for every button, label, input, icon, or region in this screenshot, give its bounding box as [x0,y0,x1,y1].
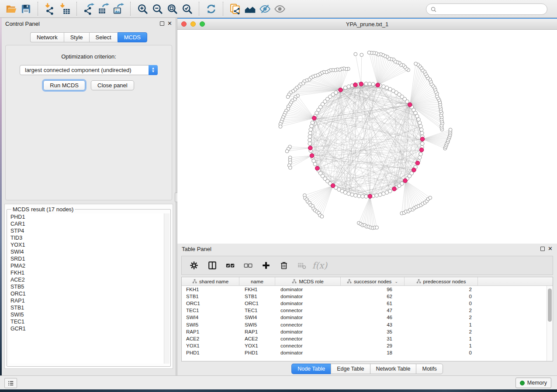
network-node[interactable] [414,62,418,65]
column-header-shared-name[interactable]: shared name [182,277,239,285]
refresh-button[interactable] [204,1,218,16]
network-node[interactable] [309,128,312,131]
tab-node-table[interactable]: Node Table [291,364,331,374]
mcds-result-item[interactable]: TEC1 [10,318,170,325]
network-node[interactable] [308,131,312,135]
hide-details-button[interactable] [257,1,272,16]
network-node[interactable] [421,142,424,145]
tab-mcds[interactable]: MCDS [118,32,147,42]
network-node[interactable] [308,138,311,142]
table-row[interactable]: ACE2ACE2connector311 [182,335,547,342]
network-node[interactable] [378,193,382,196]
network-node[interactable] [285,150,289,153]
network-node[interactable] [418,156,421,159]
trash-button[interactable] [277,258,291,273]
deselect-all-button[interactable] [241,258,256,273]
table-row[interactable]: ORC1ORC1dominator610 [182,300,547,307]
network-node[interactable] [375,226,379,229]
network-node[interactable] [320,215,324,218]
network-hub-node[interactable] [308,146,312,150]
table-row[interactable]: PHD1PHD1dominator180 [182,349,547,356]
close-panel-button[interactable]: Close panel [91,80,134,90]
tab-network-table[interactable]: Network Table [370,364,416,374]
mcds-result-item[interactable]: SWI5 [10,311,170,318]
table-scrollbar-thumb[interactable] [548,289,552,322]
zoom-fit-button[interactable] [165,1,180,16]
close-panel-icon[interactable]: ✕ [167,21,172,26]
network-node[interactable] [371,83,375,86]
export-network-button[interactable] [81,1,96,16]
select-all-button[interactable] [223,258,238,273]
network-node[interactable] [419,152,422,156]
tab-select[interactable]: Select [89,32,118,42]
network-node[interactable] [364,82,368,86]
mcds-result-item[interactable]: SRD1 [10,255,170,262]
search-box[interactable] [426,3,547,15]
mcds-result-item[interactable]: STB1 [10,304,170,311]
memory-button[interactable]: Memory [515,378,551,388]
table-row[interactable]: TEC1TEC1connector472 [182,307,547,314]
network-node[interactable] [279,125,282,128]
network-node[interactable] [419,124,422,128]
table-row[interactable]: YOX1YOX1connector291 [182,342,547,349]
network-node[interactable] [308,135,311,138]
network-node[interactable] [382,85,385,88]
run-mcds-button[interactable]: Run MCDS [43,80,85,90]
table-row[interactable]: SWI5SWI5connector431 [182,321,547,328]
table-close-panel-icon[interactable]: ✕ [548,247,553,251]
network-hub-node[interactable] [412,168,416,172]
network-hub-node[interactable] [331,184,335,188]
gear-button[interactable] [187,258,202,273]
network-node[interactable] [310,124,313,128]
column-header-name[interactable]: name [239,277,275,285]
tab-motifs[interactable]: Motifs [416,364,443,374]
network-node[interactable] [367,51,371,55]
network-node[interactable] [354,194,357,197]
mcds-result-item[interactable]: TID3 [10,234,170,241]
open-button[interactable] [3,1,18,16]
network-node[interactable] [388,189,392,193]
add-button[interactable] [259,258,273,273]
tab-edge-table[interactable]: Edge Table [331,364,370,374]
chevron-down-icon[interactable]: ⌄ [394,279,398,284]
table-row[interactable]: FKH1FKH1dominator962 [182,286,547,293]
optimization-criterion-select[interactable]: largest connected component (undirected)… [20,65,158,75]
import-network-button[interactable] [42,1,57,16]
save-button[interactable] [18,1,33,16]
network-node[interactable] [400,182,404,185]
mcds-result-item[interactable]: RAP1 [10,297,170,304]
mcds-result-item[interactable]: CAR1 [10,220,170,227]
network-hub-node[interactable] [420,137,425,141]
network-node[interactable] [354,52,357,56]
mcds-result-item[interactable]: STB5 [10,283,170,290]
network-hub-node[interactable] [339,88,343,92]
network-node[interactable] [449,128,452,131]
network-node[interactable] [313,162,317,166]
column-header-MCDS-role[interactable]: MCDS role [275,277,341,285]
network-node[interactable] [420,131,424,135]
mcds-result-item[interactable]: SWI4 [10,248,170,255]
network-hub-node[interactable] [353,83,358,87]
network-view[interactable] [177,30,557,244]
network-hub-node[interactable] [315,166,319,171]
network-node[interactable] [420,128,423,131]
network-titlebar[interactable]: YPA_prune.txt_1 [177,19,557,30]
split-panel-button[interactable] [205,258,220,273]
zoom-in-button[interactable] [135,1,150,16]
mcds-result-item[interactable]: GCR1 [10,325,170,332]
table-float-panel-icon[interactable] [540,247,545,251]
network-hub-node[interactable] [312,116,316,120]
network-node[interactable] [360,53,363,57]
mcds-result-item[interactable]: FKH1 [10,269,170,276]
mcds-result-item[interactable]: ACE2 [10,276,170,283]
import-table-button[interactable] [57,1,72,16]
task-history-button[interactable] [4,378,17,388]
mcds-result-item[interactable]: PHD1 [10,213,170,220]
overview-button[interactable] [242,1,257,16]
network-hub-node[interactable] [368,194,372,199]
export-image-button[interactable] [111,1,126,16]
network-node[interactable] [343,86,347,89]
export-table-button[interactable] [96,1,111,16]
tab-style[interactable]: Style [64,32,89,42]
network-node[interactable] [357,194,361,198]
